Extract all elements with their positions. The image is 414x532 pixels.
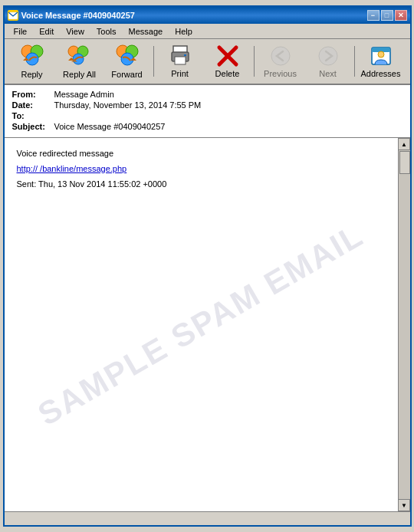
print-icon (168, 44, 192, 67)
watermark: SAMPLE SPAM EMAIL (25, 211, 377, 438)
svg-point-16 (271, 47, 290, 65)
email-headers: From: Message Admin Date: Thursday, Nove… (5, 85, 410, 138)
scrollbar[interactable]: ▲ ▼ (398, 138, 410, 511)
delete-button[interactable]: Delete (205, 41, 251, 81)
body-line2: http:// /bankline/message.php (17, 164, 386, 173)
scroll-track (399, 150, 410, 499)
toolbar: Reply Reply All (5, 39, 410, 85)
next-button[interactable]: Next (305, 41, 351, 81)
date-label: Date: (12, 100, 54, 110)
date-value: Thursday, November 13, 2014 7:55 PM (54, 100, 402, 110)
scroll-down-button[interactable]: ▼ (398, 499, 410, 511)
forward-button[interactable]: Forward (104, 41, 150, 81)
previous-label: Previous (264, 69, 297, 78)
subject-label: Subject: (12, 122, 54, 131)
titlebar: Voice Message #0409040257 − □ ✕ (5, 7, 410, 24)
window-title: Voice Message #0409040257 (21, 11, 135, 20)
menu-file[interactable]: File (8, 25, 34, 38)
print-button[interactable]: Print (157, 41, 203, 81)
from-label: From: (12, 90, 54, 99)
maximize-button[interactable]: □ (381, 10, 393, 21)
scroll-thumb[interactable] (399, 151, 410, 174)
svg-point-3 (26, 53, 38, 65)
addresses-button[interactable]: Addresses (358, 41, 404, 81)
svg-point-20 (378, 51, 384, 57)
email-link[interactable]: http:// /bankline/message.php (17, 164, 127, 173)
header-date-row: Date: Thursday, November 13, 2014 7:55 P… (12, 100, 402, 110)
menu-tools[interactable]: Tools (90, 25, 123, 38)
addresses-label: Addresses (361, 69, 401, 78)
email-body-wrapper: SAMPLE SPAM EMAIL Voice redirected messa… (5, 138, 410, 511)
titlebar-left: Voice Message #0409040257 (8, 10, 135, 21)
svg-rect-12 (175, 57, 186, 64)
close-button[interactable]: ✕ (395, 10, 407, 21)
header-from-row: From: Message Admin (12, 90, 402, 99)
header-to-row: To: (12, 111, 402, 120)
menu-edit[interactable]: Edit (33, 25, 60, 38)
subject-value: Voice Message #0409040257 (54, 122, 402, 131)
addresses-icon (369, 44, 393, 67)
email-body: SAMPLE SPAM EMAIL Voice redirected messa… (5, 138, 398, 511)
delete-label: Delete (215, 69, 240, 78)
previous-icon (268, 44, 293, 67)
forward-label: Forward (111, 70, 142, 79)
forward-icon (115, 44, 140, 68)
menu-help[interactable]: Help (169, 25, 199, 38)
header-subject-row: Subject: Voice Message #0409040257 (12, 122, 402, 131)
to-value (54, 111, 402, 120)
email-window: Voice Message #0409040257 − □ ✕ File Edi… (3, 5, 412, 527)
svg-rect-13 (184, 54, 186, 56)
reply-all-icon (67, 44, 92, 68)
toolbar-sep-1 (153, 46, 154, 77)
toolbar-sep-2 (254, 46, 255, 77)
minimize-button[interactable]: − (367, 10, 380, 21)
menubar: File Edit View Tools Message Help (5, 24, 410, 39)
delete-icon (215, 44, 240, 67)
body-line1: Voice redirected message (17, 149, 386, 158)
reply-icon (20, 44, 44, 68)
body-line3: Sent: Thu, 13 Nov 2014 11:55:02 +0000 (17, 179, 386, 189)
reply-all-label: Reply All (63, 70, 96, 79)
reply-label: Reply (21, 70, 42, 79)
to-label: To: (12, 111, 54, 120)
reply-all-button[interactable]: Reply All (57, 41, 103, 81)
svg-point-9 (121, 53, 133, 65)
scroll-up-button[interactable]: ▲ (398, 138, 410, 150)
previous-button[interactable]: Previous (258, 41, 304, 81)
titlebar-controls: − □ ✕ (367, 10, 407, 21)
menu-message[interactable]: Message (123, 25, 169, 38)
menu-view[interactable]: View (60, 25, 90, 38)
next-icon (316, 44, 340, 67)
next-label: Next (319, 69, 337, 78)
titlebar-app-icon (8, 10, 18, 21)
statusbar (5, 511, 410, 525)
print-label: Print (171, 69, 189, 78)
reply-button[interactable]: Reply (9, 41, 55, 81)
from-value: Message Admin (54, 90, 402, 99)
svg-point-6 (73, 54, 84, 64)
toolbar-sep-3 (354, 46, 355, 77)
svg-point-17 (319, 47, 337, 65)
